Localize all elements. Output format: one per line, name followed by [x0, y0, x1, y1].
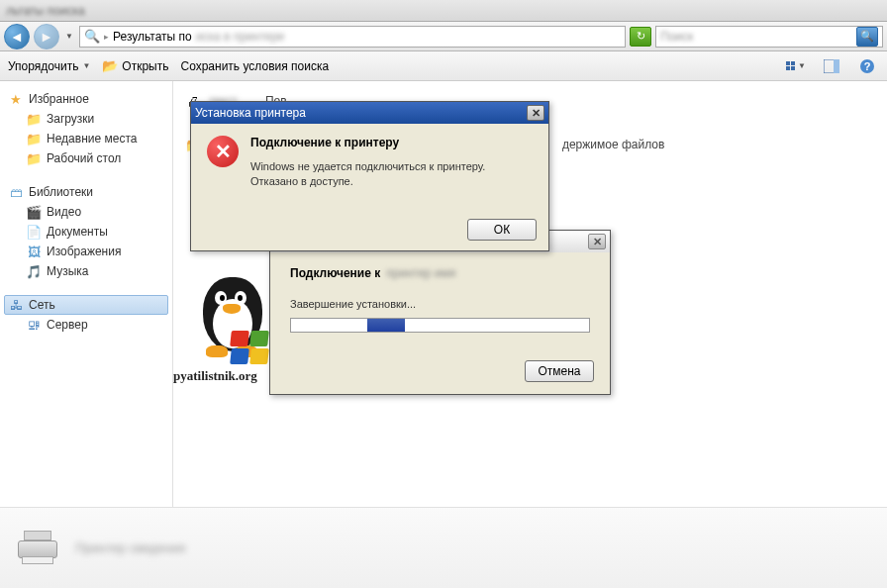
sidebar-item-pictures[interactable]: 🖼 Изображения [4, 242, 168, 261]
network-icon: 🖧 [8, 297, 24, 313]
cancel-button[interactable]: Отмена [525, 360, 594, 382]
chevron-down-icon: ▼ [82, 61, 90, 70]
sidebar-item-label: Видео [47, 205, 81, 219]
progress-button-row: Отмена [270, 346, 610, 394]
search-placeholder-blurred: Поиск [660, 30, 693, 44]
folder-icon: 📁 [26, 111, 42, 127]
ok-button[interactable]: ОК [467, 219, 537, 241]
music-icon: 🎵 [26, 263, 42, 279]
sidebar-item-label: Музыка [47, 264, 88, 278]
sidebar-item-music[interactable]: 🎵 Музыка [4, 261, 168, 281]
open-label: Открыть [122, 59, 168, 73]
sidebar-item-label: Рабочий стол [47, 151, 121, 165]
sidebar-item-downloads[interactable]: 📁 Загрузки [4, 109, 168, 129]
sidebar-item-label: Сеть [29, 298, 55, 312]
connecting-label: Подключение к [290, 266, 380, 280]
error-heading: Подключение к принтеру [250, 136, 533, 149]
address-bar[interactable]: 🔍 ▸ Результаты по иска в принтере [79, 26, 626, 48]
network-group: 🖧 Сеть 🖳 Сервер [4, 295, 168, 335]
sidebar-item-label-blurred: Сервер [47, 318, 88, 332]
sidebar-item-documents[interactable]: 📄 Документы [4, 222, 168, 242]
chevron-down-icon: ▼ [798, 61, 806, 70]
pictures-icon: 🖼 [26, 244, 42, 259]
printer-icon [14, 529, 61, 568]
search-icon: 🔍 [84, 29, 100, 45]
error-text-line1: Windows не удается подключиться к принте… [250, 159, 533, 174]
organize-button[interactable]: Упорядочить ▼ [8, 59, 90, 73]
search-box[interactable]: Поиск 🔍 [655, 26, 883, 48]
favorites-label: Избранное [29, 92, 89, 106]
sidebar-item-label: Документы [47, 225, 108, 239]
progress-status: Завершение установки... [290, 298, 590, 310]
error-dialog: Установка принтера ✕ ✕ Подключение к при… [190, 101, 549, 251]
sidebar-item-blurred[interactable]: 🖳 Сервер [4, 315, 168, 335]
back-button[interactable]: ◄ [4, 24, 30, 49]
progress-dialog-body: Подключение к принтер имя Завершение уст… [270, 252, 610, 346]
refresh-button[interactable]: ↻ [630, 27, 651, 47]
preview-pane-button[interactable] [820, 55, 843, 77]
save-search-label: Сохранить условия поиска [180, 59, 329, 73]
video-icon: 🎬 [26, 204, 42, 220]
error-message: Подключение к принтеру Windows не удаетс… [250, 136, 533, 201]
open-button[interactable]: 📂 Открыть [102, 58, 168, 74]
toolbar: Упорядочить ▼ 📂 Открыть Сохранить услови… [0, 51, 887, 81]
details-pane: Принтер сведения [0, 507, 887, 588]
titlebar-text: льтаты поиска [6, 4, 85, 18]
libraries-label: Библиотеки [29, 185, 93, 199]
libraries-header[interactable]: 🗃 Библиотеки [4, 182, 168, 202]
error-dialog-body: ✕ Подключение к принтеру Windows не удае… [191, 124, 548, 213]
libraries-group: 🗃 Библиотеки 🎬 Видео 📄 Документы 🖼 Изобр… [4, 182, 168, 281]
documents-icon: 📄 [26, 224, 42, 240]
close-button[interactable]: ✕ [588, 234, 606, 249]
details-text-blurred: Принтер сведения [75, 540, 185, 555]
progress-dialog: ✕ Подключение к принтер имя Завершение у… [269, 230, 611, 395]
path-separator-icon: ▸ [104, 32, 109, 42]
error-dialog-title: Установка принтера [195, 106, 306, 120]
sidebar-item-network[interactable]: 🖧 Сеть [4, 295, 168, 315]
nav-history-dropdown[interactable]: ▼ [63, 27, 75, 47]
sidebar-item-video[interactable]: 🎬 Видео [4, 202, 168, 222]
folder-icon: 📁 [26, 131, 42, 147]
search-button[interactable]: 🔍 [856, 27, 878, 47]
nav-bar: ◄ ► ▼ 🔍 ▸ Результаты по иска в принтере … [0, 22, 887, 51]
sidebar-item-label: Загрузки [47, 112, 94, 126]
favorites-header[interactable]: ★ Избранное [4, 89, 168, 109]
view-options-button[interactable]: ▼ [784, 55, 808, 77]
window-titlebar: льтаты поиска [0, 0, 887, 22]
forward-button[interactable]: ► [34, 24, 59, 49]
content-row-suffix: держимое файлов [562, 138, 664, 151]
ok-label: ОК [494, 223, 510, 237]
breadcrumb-blurred: иска в принтере [196, 30, 285, 44]
error-dialog-titlebar[interactable]: Установка принтера ✕ [191, 102, 548, 124]
cancel-label: Отмена [538, 364, 580, 378]
breadcrumb-label: Результаты по [113, 30, 192, 44]
computer-icon: 🖳 [26, 317, 42, 333]
sidebar-item-recent[interactable]: 📁 Недавние места [4, 129, 168, 148]
connecting-target-blurred: принтер имя [386, 266, 455, 280]
svg-rect-1 [834, 59, 839, 73]
error-text-line2: Отказано в доступе. [250, 174, 533, 189]
sidebar-item-label: Недавние места [47, 132, 137, 146]
favorites-group: ★ Избранное 📁 Загрузки 📁 Недавние места … [4, 89, 168, 168]
sidebar-item-label: Изображения [47, 245, 121, 258]
folder-icon: 📁 [26, 150, 42, 166]
error-button-row: ОК [191, 213, 548, 250]
error-icon: ✕ [207, 136, 239, 167]
connecting-row: Подключение к принтер имя [290, 266, 590, 280]
save-search-button[interactable]: Сохранить условия поиска [180, 59, 329, 73]
star-icon: ★ [8, 91, 24, 107]
svg-text:?: ? [864, 60, 871, 72]
progress-fill [367, 319, 405, 332]
logo-text: pyatilistnik.org [173, 368, 257, 384]
organize-label: Упорядочить [8, 59, 78, 73]
close-button[interactable]: ✕ [527, 105, 544, 121]
sidebar-item-desktop[interactable]: 📁 Рабочий стол [4, 148, 168, 168]
sidebar: ★ Избранное 📁 Загрузки 📁 Недавние места … [0, 81, 173, 507]
open-icon: 📂 [102, 58, 118, 74]
help-button[interactable]: ? [855, 55, 879, 77]
libraries-icon: 🗃 [8, 184, 24, 200]
progress-bar [290, 318, 590, 333]
